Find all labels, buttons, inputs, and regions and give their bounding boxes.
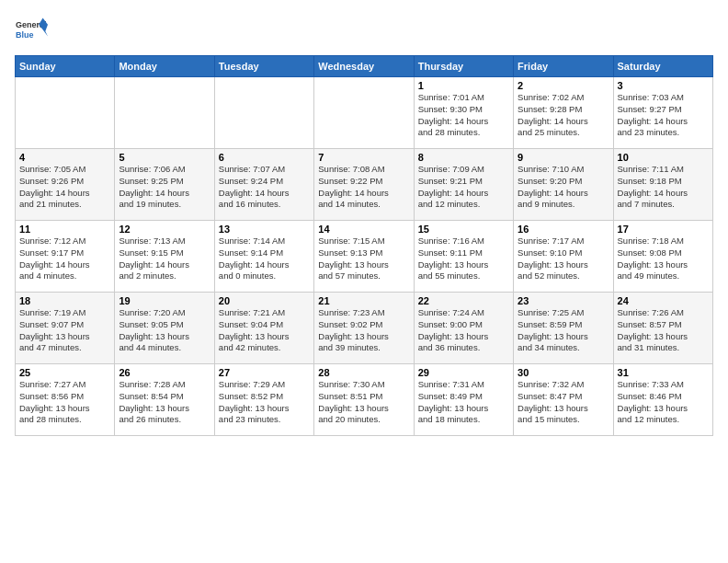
calendar-cell: 8Sunrise: 7:09 AM Sunset: 9:21 PM Daylig… <box>414 149 513 221</box>
day-info: Sunrise: 7:14 AM Sunset: 9:14 PM Dayligh… <box>219 236 310 282</box>
day-number: 14 <box>318 224 409 235</box>
calendar-cell: 2Sunrise: 7:02 AM Sunset: 9:28 PM Daylig… <box>514 77 613 149</box>
calendar-week-2: 4Sunrise: 7:05 AM Sunset: 9:26 PM Daylig… <box>16 149 713 221</box>
calendar-week-1: 1Sunrise: 7:01 AM Sunset: 9:30 PM Daylig… <box>16 77 713 149</box>
day-number: 23 <box>518 295 609 306</box>
day-info: Sunrise: 7:28 AM Sunset: 8:54 PM Dayligh… <box>119 379 210 426</box>
day-number: 25 <box>19 367 110 378</box>
logo: General Blue <box>15 15 48 48</box>
calendar-cell: 1Sunrise: 7:01 AM Sunset: 9:30 PM Daylig… <box>414 77 513 149</box>
day-info: Sunrise: 7:06 AM Sunset: 9:25 PM Dayligh… <box>119 164 210 211</box>
calendar-cell: 30Sunrise: 7:32 AM Sunset: 8:47 PM Dayli… <box>514 364 613 436</box>
day-info: Sunrise: 7:02 AM Sunset: 9:28 PM Dayligh… <box>518 92 609 139</box>
day-number: 6 <box>219 152 310 163</box>
calendar-cell: 25Sunrise: 7:27 AM Sunset: 8:56 PM Dayli… <box>16 364 115 436</box>
calendar-cell: 4Sunrise: 7:05 AM Sunset: 9:26 PM Daylig… <box>16 149 115 221</box>
calendar-cell: 26Sunrise: 7:28 AM Sunset: 8:54 PM Dayli… <box>115 364 214 436</box>
day-info: Sunrise: 7:19 AM Sunset: 9:07 PM Dayligh… <box>19 307 110 354</box>
calendar-cell: 27Sunrise: 7:29 AM Sunset: 8:52 PM Dayli… <box>214 364 313 436</box>
day-info: Sunrise: 7:17 AM Sunset: 9:10 PM Dayligh… <box>518 236 609 282</box>
day-info: Sunrise: 7:12 AM Sunset: 9:17 PM Dayligh… <box>19 236 110 282</box>
day-info: Sunrise: 7:16 AM Sunset: 9:11 PM Dayligh… <box>418 236 509 282</box>
day-number: 28 <box>318 367 409 378</box>
day-number: 20 <box>219 295 310 306</box>
svg-text:Blue: Blue <box>16 30 34 40</box>
day-number: 2 <box>518 80 609 91</box>
day-info: Sunrise: 7:32 AM Sunset: 8:47 PM Dayligh… <box>518 379 609 426</box>
day-number: 3 <box>618 80 709 91</box>
day-number: 1 <box>418 80 509 91</box>
weekday-header-tuesday: Tuesday <box>214 56 313 77</box>
header: General Blue <box>15 15 713 48</box>
calendar-cell: 31Sunrise: 7:33 AM Sunset: 8:46 PM Dayli… <box>613 364 712 436</box>
calendar-week-3: 11Sunrise: 7:12 AM Sunset: 9:17 PM Dayli… <box>16 221 713 293</box>
calendar-cell: 16Sunrise: 7:17 AM Sunset: 9:10 PM Dayli… <box>514 221 613 293</box>
calendar-cell: 9Sunrise: 7:10 AM Sunset: 9:20 PM Daylig… <box>514 149 613 221</box>
day-info: Sunrise: 7:29 AM Sunset: 8:52 PM Dayligh… <box>219 379 310 426</box>
calendar-cell: 18Sunrise: 7:19 AM Sunset: 9:07 PM Dayli… <box>16 293 115 364</box>
calendar-cell: 24Sunrise: 7:26 AM Sunset: 8:57 PM Dayli… <box>613 293 712 364</box>
day-info: Sunrise: 7:09 AM Sunset: 9:21 PM Dayligh… <box>418 164 509 211</box>
calendar-cell: 29Sunrise: 7:31 AM Sunset: 8:49 PM Dayli… <box>414 364 513 436</box>
weekday-header-friday: Friday <box>514 56 613 77</box>
day-info: Sunrise: 7:07 AM Sunset: 9:24 PM Dayligh… <box>219 164 310 211</box>
weekday-header-thursday: Thursday <box>414 56 513 77</box>
day-info: Sunrise: 7:18 AM Sunset: 9:08 PM Dayligh… <box>618 236 709 282</box>
weekday-header-monday: Monday <box>115 56 214 77</box>
day-number: 22 <box>418 295 509 306</box>
day-number: 19 <box>119 295 210 306</box>
calendar-body: 1Sunrise: 7:01 AM Sunset: 9:30 PM Daylig… <box>16 77 713 436</box>
calendar-cell: 21Sunrise: 7:23 AM Sunset: 9:02 PM Dayli… <box>314 293 414 364</box>
day-number: 31 <box>618 367 709 378</box>
weekday-header-saturday: Saturday <box>613 56 712 77</box>
calendar-cell <box>214 77 313 149</box>
day-number: 18 <box>19 295 110 306</box>
day-info: Sunrise: 7:10 AM Sunset: 9:20 PM Dayligh… <box>518 164 609 211</box>
calendar-cell: 28Sunrise: 7:30 AM Sunset: 8:51 PM Dayli… <box>314 364 414 436</box>
calendar-cell <box>115 77 214 149</box>
day-number: 24 <box>618 295 709 306</box>
day-info: Sunrise: 7:05 AM Sunset: 9:26 PM Dayligh… <box>19 164 110 211</box>
day-info: Sunrise: 7:03 AM Sunset: 9:27 PM Dayligh… <box>618 92 709 139</box>
day-info: Sunrise: 7:25 AM Sunset: 8:59 PM Dayligh… <box>518 307 609 354</box>
calendar-cell <box>314 77 414 149</box>
calendar-cell: 5Sunrise: 7:06 AM Sunset: 9:25 PM Daylig… <box>115 149 214 221</box>
weekday-header-wednesday: Wednesday <box>314 56 414 77</box>
day-number: 10 <box>618 152 709 163</box>
day-number: 4 <box>19 152 110 163</box>
calendar-header: SundayMondayTuesdayWednesdayThursdayFrid… <box>16 56 713 77</box>
day-info: Sunrise: 7:08 AM Sunset: 9:22 PM Dayligh… <box>318 164 409 211</box>
day-info: Sunrise: 7:31 AM Sunset: 8:49 PM Dayligh… <box>418 379 509 426</box>
day-number: 27 <box>219 367 310 378</box>
day-info: Sunrise: 7:33 AM Sunset: 8:46 PM Dayligh… <box>618 379 709 426</box>
day-number: 16 <box>518 224 609 235</box>
day-info: Sunrise: 7:21 AM Sunset: 9:04 PM Dayligh… <box>219 307 310 354</box>
calendar-cell: 3Sunrise: 7:03 AM Sunset: 9:27 PM Daylig… <box>613 77 712 149</box>
calendar-cell: 20Sunrise: 7:21 AM Sunset: 9:04 PM Dayli… <box>214 293 313 364</box>
day-number: 5 <box>119 152 210 163</box>
day-number: 9 <box>518 152 609 163</box>
day-number: 7 <box>318 152 409 163</box>
day-info: Sunrise: 7:26 AM Sunset: 8:57 PM Dayligh… <box>618 307 709 354</box>
day-info: Sunrise: 7:20 AM Sunset: 9:05 PM Dayligh… <box>119 307 210 354</box>
calendar-cell: 22Sunrise: 7:24 AM Sunset: 9:00 PM Dayli… <box>414 293 513 364</box>
day-info: Sunrise: 7:23 AM Sunset: 9:02 PM Dayligh… <box>318 307 409 354</box>
day-info: Sunrise: 7:01 AM Sunset: 9:30 PM Dayligh… <box>418 92 509 139</box>
day-number: 11 <box>19 224 110 235</box>
day-info: Sunrise: 7:27 AM Sunset: 8:56 PM Dayligh… <box>19 379 110 426</box>
calendar-cell: 13Sunrise: 7:14 AM Sunset: 9:14 PM Dayli… <box>214 221 313 293</box>
calendar-cell: 11Sunrise: 7:12 AM Sunset: 9:17 PM Dayli… <box>16 221 115 293</box>
day-number: 13 <box>219 224 310 235</box>
logo-icon: General Blue <box>15 15 48 48</box>
day-info: Sunrise: 7:30 AM Sunset: 8:51 PM Dayligh… <box>318 379 409 426</box>
calendar-cell: 7Sunrise: 7:08 AM Sunset: 9:22 PM Daylig… <box>314 149 414 221</box>
day-number: 30 <box>518 367 609 378</box>
calendar-cell: 14Sunrise: 7:15 AM Sunset: 9:13 PM Dayli… <box>314 221 414 293</box>
day-info: Sunrise: 7:15 AM Sunset: 9:13 PM Dayligh… <box>318 236 409 282</box>
calendar-cell: 17Sunrise: 7:18 AM Sunset: 9:08 PM Dayli… <box>613 221 712 293</box>
calendar-cell: 23Sunrise: 7:25 AM Sunset: 8:59 PM Dayli… <box>514 293 613 364</box>
calendar-cell: 15Sunrise: 7:16 AM Sunset: 9:11 PM Dayli… <box>414 221 513 293</box>
calendar-cell: 12Sunrise: 7:13 AM Sunset: 9:15 PM Dayli… <box>115 221 214 293</box>
day-info: Sunrise: 7:24 AM Sunset: 9:00 PM Dayligh… <box>418 307 509 354</box>
day-number: 26 <box>119 367 210 378</box>
